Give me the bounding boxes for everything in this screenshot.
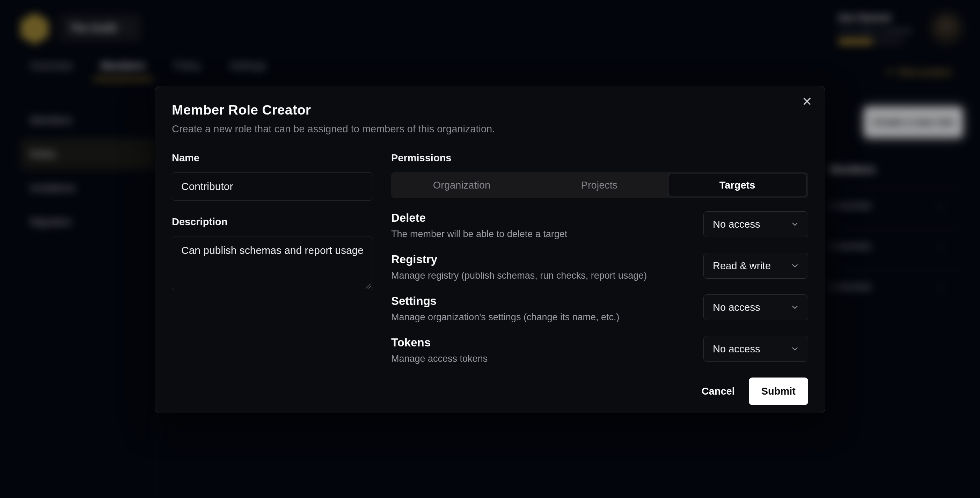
permissions-label: Permissions bbox=[391, 152, 808, 164]
resize-handle-icon[interactable] bbox=[364, 283, 371, 289]
permission-title: Settings bbox=[391, 294, 620, 308]
permission-description: Manage access tokens bbox=[391, 353, 488, 364]
permission-description: Manage organization's settings (change i… bbox=[391, 312, 620, 323]
permission-row-tokens: Tokens Manage access tokens No access bbox=[391, 336, 808, 364]
close-icon[interactable]: ✕ bbox=[802, 95, 812, 108]
permission-title: Delete bbox=[391, 211, 567, 224]
tab-projects[interactable]: Projects bbox=[530, 174, 668, 196]
settings-access-select[interactable]: No access bbox=[703, 294, 808, 320]
registry-access-select[interactable]: Read & write bbox=[703, 253, 808, 279]
name-label: Name bbox=[172, 152, 373, 164]
tab-organization[interactable]: Organization bbox=[393, 174, 530, 196]
description-label: Description bbox=[172, 216, 373, 228]
permission-row-registry: Registry Manage registry (publish schema… bbox=[391, 253, 808, 281]
permissions-column: Permissions Organization Projects Target… bbox=[391, 152, 808, 405]
select-value: No access bbox=[713, 302, 760, 313]
select-value: Read & write bbox=[713, 260, 771, 272]
app-screen: The Guild Get Started 2 of 4 tasks compl… bbox=[0, 0, 980, 498]
permission-description: The member will be able to delete a targ… bbox=[391, 229, 567, 240]
dialog-title: Member Role Creator bbox=[172, 102, 808, 118]
permission-row-delete: Delete The member will be able to delete… bbox=[391, 211, 808, 240]
role-identity-column: Name Description bbox=[172, 152, 373, 405]
chevron-down-icon bbox=[791, 303, 799, 312]
dialog-footer: Cancel Submit bbox=[391, 377, 808, 405]
chevron-down-icon bbox=[791, 220, 799, 229]
select-value: No access bbox=[713, 343, 760, 355]
tokens-access-select[interactable]: No access bbox=[703, 336, 808, 362]
submit-button[interactable]: Submit bbox=[749, 377, 808, 405]
chevron-down-icon bbox=[791, 261, 799, 270]
tab-targets[interactable]: Targets bbox=[668, 174, 807, 196]
permission-description: Manage registry (publish schemas, run ch… bbox=[391, 270, 647, 281]
permission-row-settings: Settings Manage organization's settings … bbox=[391, 294, 808, 323]
role-description-textarea[interactable] bbox=[172, 236, 373, 290]
select-value: No access bbox=[713, 219, 760, 230]
permission-scope-tabs: Organization Projects Targets bbox=[391, 172, 808, 198]
role-name-input[interactable] bbox=[172, 172, 373, 201]
permission-title: Tokens bbox=[391, 336, 488, 349]
member-role-creator-dialog: ✕ Member Role Creator Create a new role … bbox=[155, 86, 825, 413]
cancel-button[interactable]: Cancel bbox=[691, 377, 745, 405]
chevron-down-icon bbox=[791, 344, 799, 353]
dialog-subtitle: Create a new role that can be assigned t… bbox=[172, 123, 808, 135]
permission-title: Registry bbox=[391, 253, 647, 266]
delete-access-select[interactable]: No access bbox=[703, 211, 808, 237]
permission-rows: Delete The member will be able to delete… bbox=[391, 211, 808, 364]
